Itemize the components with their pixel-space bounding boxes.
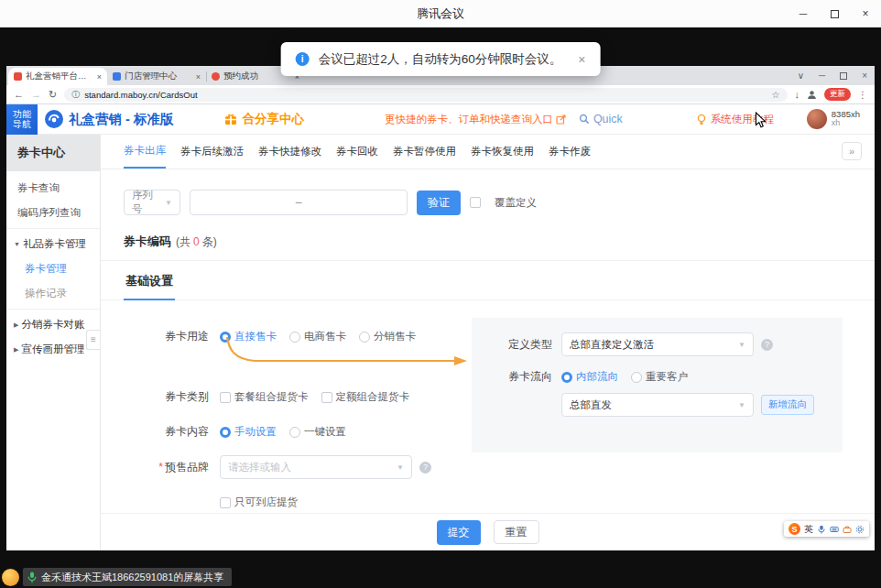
browser-window-controls: ∨ ─ × bbox=[798, 66, 867, 85]
tab-favicon bbox=[14, 72, 22, 81]
radio-label: 分销售卡 bbox=[374, 330, 416, 343]
sidebar-item-operation-log[interactable]: 操作记录 bbox=[6, 281, 100, 306]
browser-tab-1[interactable]: 礼盒营销平台管理中心 × bbox=[8, 68, 107, 85]
chevron-down-icon: ▼ bbox=[397, 463, 404, 472]
tab-card-activate[interactable]: 券卡后续激活 bbox=[180, 135, 244, 169]
radio-ecommerce-sale[interactable]: 电商售卡 bbox=[289, 330, 346, 343]
radio-direct-sale[interactable]: 直接售卡 bbox=[220, 330, 277, 343]
share-status-pill: 金禾通技术王斌18662591081的屏幕共享 bbox=[23, 568, 232, 586]
radio-one-click-setup[interactable]: 一键设置 bbox=[289, 425, 346, 439]
brand-select[interactable]: 请选择或输入 ▼ bbox=[220, 455, 412, 479]
serial-select-value: 序列号 bbox=[132, 189, 159, 216]
reset-button[interactable]: 重置 bbox=[494, 520, 539, 544]
content-row: 券卡内容 手动设置 一键设置 bbox=[137, 424, 346, 440]
nav-toggle-line2: 导航 bbox=[13, 119, 31, 130]
codes-row: 券卡编码 (共 0 条) bbox=[124, 234, 217, 250]
tutorial-label: 系统使用教程 bbox=[711, 113, 774, 126]
maximize-button[interactable] bbox=[819, 0, 850, 27]
browser-update-button[interactable]: 更新 bbox=[824, 88, 851, 101]
sidebar-item-code-sequence-query[interactable]: 编码序列查询 bbox=[6, 201, 100, 225]
minimize-button[interactable]: ─ bbox=[788, 0, 819, 27]
ime-toolbox-icon[interactable] bbox=[843, 525, 852, 534]
ime-mic-icon[interactable] bbox=[817, 525, 826, 534]
url-field[interactable]: ⓘ standard.maboy.cn/CardsOut ☆ bbox=[64, 88, 787, 102]
tab-search-icon[interactable]: ∨ bbox=[798, 71, 804, 81]
checkbox-label: 套餐组合提货卡 bbox=[234, 390, 309, 404]
checkbox-package-combo-card[interactable]: 套餐组合提货卡 bbox=[220, 390, 309, 404]
chevron-down-icon: ▼ bbox=[14, 232, 20, 256]
user-avatar[interactable] bbox=[807, 109, 827, 129]
override-checkbox[interactable] bbox=[470, 197, 481, 208]
panel-collapse-button[interactable]: » bbox=[842, 142, 862, 160]
tab-card-resume[interactable]: 券卡恢复使用 bbox=[471, 135, 534, 169]
gift-icon bbox=[224, 113, 237, 125]
browser-maximize-icon[interactable] bbox=[840, 72, 847, 80]
serial-input[interactable]: – bbox=[190, 190, 408, 215]
site-info-icon[interactable]: ⓘ bbox=[71, 89, 80, 101]
meeting-title: 腾讯会议 bbox=[0, 0, 881, 27]
sidebar-item-card-query[interactable]: 券卡查询 bbox=[6, 176, 100, 201]
tab-card-recycle[interactable]: 券卡回收 bbox=[336, 135, 378, 169]
tab-close-icon[interactable]: × bbox=[196, 72, 201, 82]
nav-toggle-button[interactable]: 功能 导航 bbox=[6, 104, 38, 135]
ime-keyboard-icon[interactable] bbox=[830, 525, 839, 534]
browser-menu-icon[interactable]: ⋮ bbox=[858, 90, 867, 100]
checkbox-store-pickup-only[interactable]: 只可到店提货 bbox=[220, 495, 298, 509]
ime-logo-icon[interactable]: S bbox=[789, 523, 800, 535]
checkbox-fixed-combo-card[interactable]: 定额组合提货卡 bbox=[321, 390, 410, 404]
tab-label: 礼盒营销平台管理中心 bbox=[26, 71, 94, 82]
browser-tab-2[interactable]: 门店管理中心 × bbox=[107, 68, 206, 85]
toast-close-icon[interactable]: × bbox=[578, 52, 585, 67]
quick-entry-link[interactable]: 更快捷的券卡、订单和快递查询入口 bbox=[385, 113, 553, 126]
brand-row: *预售品牌 请选择或输入 ▼ ? bbox=[137, 455, 431, 479]
tab-card-void[interactable]: 券卡作废 bbox=[549, 135, 591, 169]
download-icon[interactable]: ↓ bbox=[795, 89, 800, 100]
flow-select[interactable]: 总部直发 ▼ bbox=[561, 393, 754, 417]
verify-button[interactable]: 验证 bbox=[417, 191, 461, 215]
checkbox-icon bbox=[321, 392, 332, 403]
info-icon[interactable]: ? bbox=[761, 339, 773, 351]
submit-button[interactable]: 提交 bbox=[437, 520, 481, 545]
tab-close-icon[interactable]: × bbox=[97, 72, 102, 82]
tab-card-outbound[interactable]: 券卡出库 bbox=[124, 135, 166, 169]
tab-basic-settings[interactable]: 基础设置 bbox=[124, 261, 175, 300]
forward-icon[interactable]: → bbox=[31, 89, 41, 100]
brand-label: *预售品牌 bbox=[137, 460, 209, 475]
profile-icon[interactable] bbox=[807, 90, 817, 100]
define-panel: 定义类型 总部直接定义激活 ▼ ? 券卡流向 bbox=[472, 318, 843, 452]
sidebar-collapse-handle[interactable]: ≡ bbox=[86, 330, 100, 350]
radio-icon bbox=[561, 372, 572, 383]
share-center-link[interactable]: 合分享中心 bbox=[242, 111, 304, 127]
radio-icon bbox=[220, 427, 231, 438]
add-flow-button[interactable]: 新增流向 bbox=[761, 395, 814, 415]
radio-manual-setup[interactable]: 手动设置 bbox=[220, 425, 277, 439]
browser-minimize-icon[interactable]: ─ bbox=[819, 71, 825, 81]
radio-important-customer[interactable]: 重要客户 bbox=[631, 370, 688, 384]
define-type-value: 总部直接定义激活 bbox=[570, 338, 654, 352]
sidebar-item-card-mgmt[interactable]: 券卡管理 bbox=[6, 256, 100, 281]
browser-close-icon[interactable]: × bbox=[862, 71, 867, 81]
ime-settings-icon[interactable] bbox=[855, 525, 865, 534]
radio-internal-flow[interactable]: 内部流向 bbox=[561, 370, 618, 384]
bookmark-star-icon[interactable]: ☆ bbox=[772, 90, 780, 100]
reload-icon[interactable]: ↻ bbox=[49, 89, 57, 101]
info-icon[interactable]: ? bbox=[419, 462, 431, 474]
store-only-row: 只可到店提货 bbox=[220, 495, 298, 509]
close-button[interactable]: × bbox=[850, 0, 881, 27]
tab-card-quick-edit[interactable]: 券卡快捷修改 bbox=[258, 135, 321, 169]
back-icon[interactable]: ← bbox=[14, 89, 24, 100]
tab-card-pause[interactable]: 券卡暂停使用 bbox=[393, 135, 456, 169]
category-row: 券卡类别 套餐组合提货卡 定额组合提货卡 bbox=[137, 389, 409, 405]
ime-language-indicator[interactable]: 英 bbox=[804, 523, 813, 536]
web-page: 功能 导航 礼盒营销 - 标准版 合分享中心 更快捷的券卡、订单和快递查询入口 bbox=[6, 104, 875, 550]
serial-select[interactable]: 序列号 ▼ bbox=[124, 190, 180, 215]
define-type-select[interactable]: 总部直接定义激活 ▼ bbox=[561, 332, 754, 356]
meeting-window: 腾讯会议 ─ × 礼盒营销平台管理中心 × 门店管理中心 × 预约成功 × bbox=[0, 0, 881, 588]
brand-placeholder: 请选择或输入 bbox=[228, 461, 291, 474]
page-body: 券卡中心 券卡查询 编码序列查询 ▼礼品券卡管理 券卡管理 操作记录 ▶分销券卡… bbox=[6, 135, 875, 550]
external-link-icon bbox=[556, 114, 566, 125]
tutorial-link[interactable]: 系统使用教程 bbox=[696, 113, 774, 126]
radio-distribution-sale[interactable]: 分销售卡 bbox=[359, 330, 416, 343]
sidebar-group-gift-card-mgmt[interactable]: ▼礼品券卡管理 bbox=[6, 232, 100, 256]
quick-search[interactable]: Quick bbox=[579, 113, 623, 125]
